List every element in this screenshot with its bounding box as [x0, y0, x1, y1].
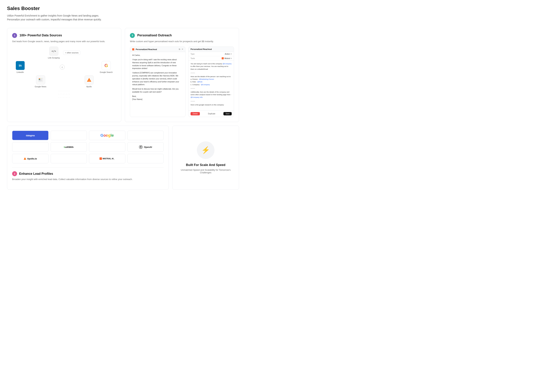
logos-and-enhance-card: datagma Google builtWith OpenAI	[7, 126, 169, 190]
bottom-cards-row: datagma Google builtWith OpenAI	[7, 126, 239, 190]
email-preview-header: Personalized Reachout ⧉ ✕	[130, 47, 185, 52]
save-button[interactable]: Save	[223, 112, 232, 115]
email-body: Hi Carlos, I hope you're doing well! I s…	[130, 52, 185, 102]
card1-title: 100+ Powerful Data Sources	[20, 34, 62, 37]
logo-empty1	[51, 131, 87, 140]
logo-empty2	[128, 131, 164, 140]
enhance-section: 2 Enhance Lead Profiles Broaden your ins…	[12, 168, 164, 181]
card3-desc: Write custom and hyper personalised reac…	[130, 40, 234, 43]
outreach-content: Personalized Reachout ⧉ ✕ Hi Carlos, I h…	[130, 47, 234, 117]
logo-openai: OpenAI	[128, 142, 164, 152]
page-title: Sales Booster	[7, 6, 239, 11]
logo-builtwith: builtWith	[51, 142, 87, 152]
panel-tools-row: Tools Mistral ▾	[188, 56, 234, 61]
source-link-scraping: </> Link Scraping	[48, 47, 60, 59]
step1-badge: 1	[12, 33, 17, 38]
logo-empty5	[51, 154, 87, 163]
type-label: Type	[191, 53, 194, 55]
svg-rect-7	[41, 79, 42, 80]
delete-button[interactable]: Delete	[191, 112, 200, 115]
center-icon: c	[60, 65, 65, 70]
svg-marker-13	[24, 157, 26, 160]
mistral-logo-small	[132, 48, 134, 50]
google-search-icon: G	[102, 61, 111, 70]
tools-label: Tools	[191, 57, 195, 59]
logo-google: Google	[89, 131, 125, 140]
lightning-icon: ⚡	[201, 146, 210, 154]
panel-type-row: Type Action ▾	[188, 52, 234, 56]
dot-grid: · · · · · · · · · · · · · · · · · · · · …	[12, 89, 116, 99]
source-apollo: Apollo	[85, 75, 94, 88]
duplicate-button[interactable]: Duplicate	[208, 113, 215, 115]
logo-empty4	[89, 142, 125, 152]
card1-desc: Get leads from Google search, news, land…	[12, 40, 116, 43]
personalised-outreach-card: 3 Personalised Outreach Write custom and…	[125, 28, 239, 122]
close-icon[interactable]: ✕	[182, 48, 183, 50]
lightning-circle: ⚡	[197, 141, 215, 159]
panel-body: You are trying to reach out to this comp…	[188, 61, 234, 111]
source-google-search: G Google Search	[100, 61, 113, 73]
svg-rect-3	[40, 78, 40, 79]
step2-badge: 2	[12, 171, 17, 176]
other-sources-label: + other sources	[63, 51, 80, 55]
code-icon: </>	[49, 47, 58, 56]
scale-card: ⚡ Built For Scale And Speed Unmatched Sp…	[172, 126, 239, 190]
data-sources-card: 1 100+ Powerful Data Sources Get leads f…	[7, 28, 121, 122]
svg-rect-8	[39, 80, 42, 81]
logo-empty6	[128, 154, 164, 163]
svg-rect-2	[39, 78, 40, 79]
logos-grid: datagma Google builtWith OpenAI	[12, 131, 164, 163]
step3-badge: 3	[130, 33, 135, 38]
panel-footer: Delete Duplicate Save	[188, 111, 234, 117]
svg-rect-9	[39, 81, 42, 81]
logo-mistral: MISTRAL AI_	[89, 154, 125, 163]
scale-desc: Unmatched Speed and Scalability for Tomo…	[177, 168, 234, 174]
reachout-panel: Personalized Reachout Type Action ▾ Tool…	[188, 47, 234, 117]
page-subtitle: Utilize Powerful Enrichment to gather in…	[7, 14, 239, 21]
mistral-icon-small	[222, 57, 224, 59]
google-logo-text: Google	[100, 133, 114, 138]
source-linkedin: in LinkedIn	[16, 61, 25, 73]
svg-rect-4	[39, 79, 40, 80]
email-preview: Personalized Reachout ⧉ ✕ Hi Carlos, I h…	[130, 47, 186, 117]
top-cards-row: 1 100+ Powerful Data Sources Get leads f…	[7, 28, 239, 122]
panel-title: Personalized Reachout	[188, 47, 234, 52]
chevron-down-icon[interactable]: ▾	[231, 53, 232, 55]
card3-header: 3 Personalised Outreach	[130, 33, 234, 38]
enhance-header: 2 Enhance Lead Profiles	[12, 171, 164, 176]
linkedin-icon: in	[16, 61, 25, 70]
svg-rect-5	[40, 79, 40, 80]
logo-apollo-io: Apollo.io	[12, 154, 49, 163]
apollo-icon	[85, 75, 94, 84]
card2-desc: Broaden your insight with enriched lead …	[12, 178, 164, 181]
type-value: Action	[225, 53, 230, 55]
logo-empty3	[12, 142, 49, 152]
tools-chevron-icon[interactable]: ▾	[231, 57, 232, 59]
scale-title: Built For Scale And Speed	[186, 163, 225, 167]
sources-visual: </> Link Scraping + other sources in Lin…	[12, 47, 116, 99]
logo-datagma: datagma	[12, 131, 49, 140]
card2-title: Enhance Lead Profiles	[19, 172, 53, 176]
svg-rect-6	[41, 79, 42, 79]
copy-icon[interactable]: ⧉	[179, 48, 180, 50]
tools-value: Mistral	[224, 57, 230, 59]
google-news-icon	[36, 75, 45, 84]
source-google-news: Google News	[35, 75, 46, 88]
card3-title: Personalised Outreach	[137, 34, 172, 37]
card1-header: 1 100+ Powerful Data Sources	[12, 33, 116, 38]
